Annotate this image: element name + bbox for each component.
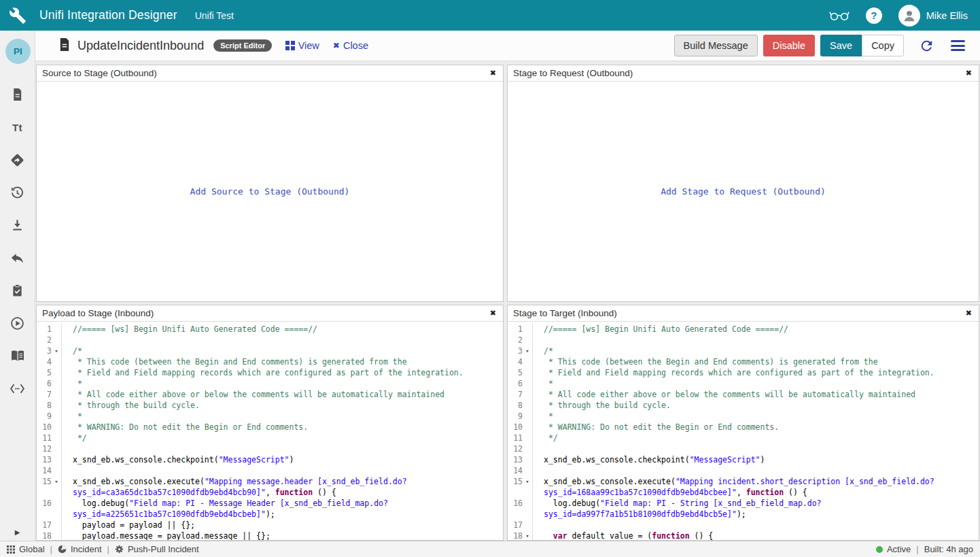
code-line[interactable]: x_snd_eb.ws_console.execute("Mapping inc… [533, 476, 979, 498]
code-line[interactable]: ​ [533, 520, 979, 530]
code-line[interactable]: ​ [62, 335, 503, 345]
tasks-icon[interactable] [10, 282, 26, 299]
panel-header[interactable]: Stage to Target (Inbound) ✖ [508, 305, 979, 322]
code-line[interactable]: * through the build cycle. [533, 400, 979, 411]
process-push-pull-incident[interactable]: Push-Pull Incident [115, 544, 199, 554]
fold-arrow-icon [523, 443, 532, 454]
save-button[interactable]: Save [820, 35, 862, 56]
history-icon[interactable] [10, 184, 26, 201]
wrench-icon[interactable] [0, 7, 35, 24]
code-row: 3▾/* [37, 345, 503, 356]
close-icon: ✖ [333, 41, 340, 50]
undo-icon[interactable] [10, 250, 26, 266]
refresh-icon[interactable] [919, 38, 934, 54]
code-line[interactable]: payload = payload || {}; [62, 520, 503, 530]
code-line[interactable]: * [62, 378, 503, 389]
panel-close-icon[interactable]: ✖ [964, 69, 973, 78]
panel-header[interactable]: Payload to Stage (Inbound) ✖ [37, 305, 503, 322]
code-line[interactable]: ​ [533, 443, 979, 454]
line-number-gutter: 16 [37, 498, 62, 520]
code-line[interactable]: * [533, 378, 979, 389]
user-menu[interactable]: Mike Ellis [898, 5, 968, 27]
code-editor-payload-to-stage[interactable]: 1//===== [ws] Begin Unifi Auto Generated… [37, 322, 503, 540]
separator: | [50, 544, 52, 554]
code-line[interactable]: * WARNING: Do not edit the Begin or End … [533, 422, 979, 433]
view-button[interactable]: View [285, 40, 319, 51]
fold-arrow-icon[interactable]: ▾ [523, 530, 532, 540]
code-line[interactable]: ​ [62, 465, 503, 476]
code-line[interactable]: * through the build cycle. [62, 400, 503, 411]
add-source-to-stage-link[interactable]: Add Source to Stage (Outbound) [190, 186, 350, 197]
text-icon[interactable]: Tt [10, 119, 26, 135]
fold-arrow-icon[interactable]: ▾ [52, 345, 61, 356]
code-row: 16 log.debug("Field map: PI - String [x_… [508, 498, 979, 520]
code-line[interactable]: * All code either above or below the com… [62, 389, 503, 400]
close-button[interactable]: ✖ Close [333, 40, 368, 51]
sidebar-expand-toggle[interactable]: ▶ [0, 523, 35, 541]
code-line[interactable]: * Field and Field mapping records which … [533, 367, 979, 378]
code-line[interactable]: log.debug("Field map: PI - String [x_snd… [533, 498, 979, 520]
fold-arrow-icon [523, 389, 532, 400]
disable-button[interactable]: Disable [763, 35, 815, 56]
code-row: 2​ [37, 335, 503, 345]
code-line[interactable]: * WARNING: Do not edit the Begin or End … [62, 422, 503, 433]
code-line[interactable]: //===== [ws] Begin Unifi Auto Generated … [62, 324, 503, 335]
spectacles-icon[interactable] [829, 9, 850, 22]
share-diamond-icon[interactable] [10, 152, 26, 168]
code-line[interactable]: x_snd_eb.ws_console.checkpoint("MessageS… [533, 454, 979, 465]
code-editor-stage-to-target[interactable]: 1//===== [ws] Begin Unifi Auto Generated… [508, 322, 979, 540]
panel-close-icon[interactable]: ✖ [964, 309, 973, 318]
copy-button[interactable]: Copy [862, 35, 904, 56]
code-line[interactable]: x_snd_eb.ws_console.execute("Mapping mes… [62, 476, 503, 498]
code-line[interactable]: /* [62, 345, 503, 356]
code-line[interactable]: /* [533, 345, 979, 356]
code-line[interactable]: * This code (between the Begin and End c… [62, 356, 503, 367]
line-number-gutter: 11 [37, 433, 62, 443]
active-status-dot [876, 546, 883, 553]
code-line[interactable]: log.debug("Field map: PI - Message Heade… [62, 498, 503, 520]
code-line[interactable]: * This code (between the Begin and End c… [533, 356, 979, 367]
code-line[interactable]: * All code either above or below the com… [533, 389, 979, 400]
process-avatar[interactable]: PI [5, 39, 31, 64]
line-number-gutter: 4 [508, 356, 533, 367]
code-line[interactable]: */ [533, 433, 979, 443]
fold-arrow-icon[interactable]: ▾ [523, 345, 532, 356]
build-message-button[interactable]: Build Message [674, 35, 758, 56]
line-number-gutter: 10 [37, 422, 62, 433]
menu-icon[interactable] [951, 40, 965, 51]
document-icon[interactable] [10, 86, 26, 103]
panel-close-icon[interactable]: ✖ [489, 309, 497, 318]
code-line[interactable]: * [62, 411, 503, 422]
panel-title: Source to Stage (Outbound) [42, 68, 489, 78]
code-line[interactable]: var default_value = (function () { [533, 530, 979, 540]
panel-header[interactable]: Source to Stage (Outbound) ✖ [37, 65, 503, 82]
integration-incident[interactable]: Incident [58, 544, 102, 554]
code-line[interactable]: * [533, 411, 979, 422]
fold-arrow-icon [523, 378, 532, 389]
code-line[interactable]: * Field and Field mapping records which … [62, 367, 503, 378]
docs-icon[interactable] [10, 348, 26, 364]
code-line[interactable]: x_snd_eb.ws_console.checkpoint("MessageS… [62, 454, 503, 465]
panel-header[interactable]: Stage to Request (Outbound) ✖ [508, 65, 979, 82]
run-icon[interactable] [10, 315, 26, 331]
fold-arrow-icon [52, 335, 61, 345]
add-stage-to-request-link[interactable]: Add Stage to Request (Outbound) [661, 186, 826, 197]
scope-global[interactable]: Global [7, 544, 45, 554]
code-line[interactable]: ​ [62, 443, 503, 454]
code-line[interactable]: ​ [533, 465, 979, 476]
download-icon[interactable] [10, 217, 26, 233]
line-number-gutter: 6 [508, 378, 533, 389]
code-line[interactable]: ​ [533, 335, 979, 345]
fold-arrow-icon[interactable]: ▾ [523, 476, 532, 498]
line-number-gutter: 8 [37, 400, 62, 411]
help-icon[interactable]: ? [866, 7, 882, 24]
panel-close-icon[interactable]: ✖ [489, 69, 497, 78]
fold-arrow-icon [52, 498, 61, 520]
fold-arrow-icon [523, 520, 532, 530]
code-row: 10 * WARNING: Do not edit the Begin or E… [508, 422, 979, 433]
fold-arrow-icon[interactable]: ▾ [52, 476, 61, 498]
code-line[interactable]: //===== [ws] Begin Unifi Auto Generated … [533, 324, 979, 335]
code-line[interactable]: */ [62, 433, 503, 443]
code-icon[interactable] [10, 380, 26, 396]
code-line[interactable]: payload.message = payload.message || {}; [62, 530, 503, 540]
